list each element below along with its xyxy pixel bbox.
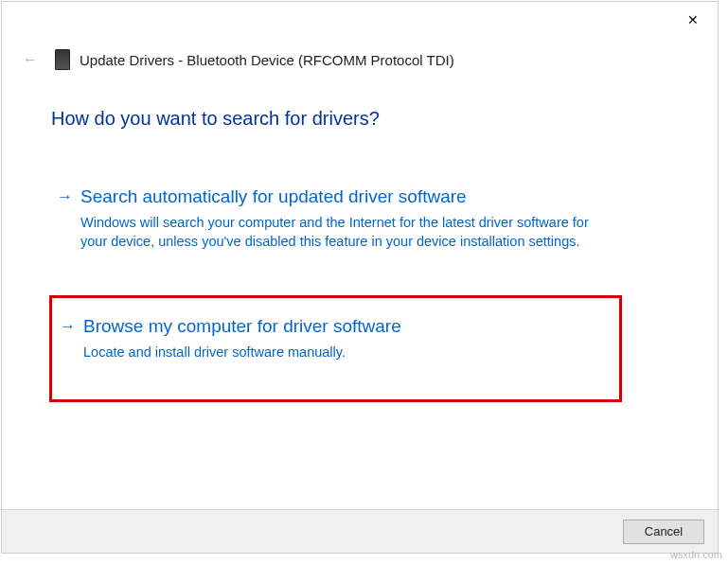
option-description: Locate and install driver software manua… bbox=[83, 343, 595, 361]
option-title: Browse my computer for driver software bbox=[83, 315, 600, 339]
option-browse-computer[interactable]: → Browse my computer for driver software… bbox=[49, 295, 622, 402]
arrow-right-icon: → bbox=[60, 317, 76, 336]
cancel-button[interactable]: Cancel bbox=[623, 520, 704, 544]
dialog-title: Update Drivers - Bluetooth Device (RFCOM… bbox=[80, 52, 454, 68]
update-drivers-dialog: ✕ ← Update Drivers - Bluetooth Device (R… bbox=[1, 1, 719, 554]
dialog-header: ← Update Drivers - Bluetooth Device (RFC… bbox=[23, 49, 454, 70]
option-description: Windows will search your computer and th… bbox=[80, 213, 592, 252]
close-icon: ✕ bbox=[687, 12, 699, 27]
option-search-automatically[interactable]: → Search automatically for updated drive… bbox=[57, 176, 615, 268]
main-heading: How do you want to search for drivers? bbox=[51, 108, 380, 130]
watermark: wsxdn.com bbox=[670, 549, 722, 560]
dialog-footer: Cancel bbox=[2, 509, 718, 553]
arrow-right-icon: → bbox=[57, 187, 73, 206]
option-title: Search automatically for updated driver … bbox=[80, 185, 596, 209]
close-button[interactable]: ✕ bbox=[678, 8, 708, 32]
back-arrow-icon: ← bbox=[23, 51, 38, 68]
device-icon bbox=[55, 49, 70, 70]
